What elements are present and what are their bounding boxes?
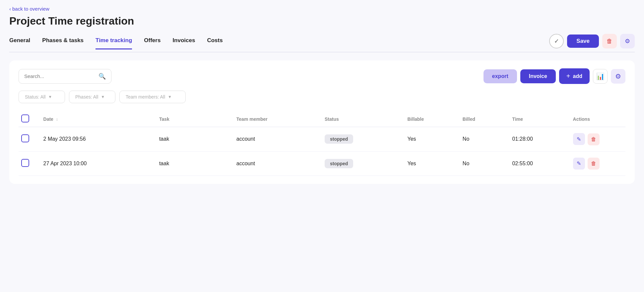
save-button[interactable]: Save xyxy=(567,35,599,48)
team-members-filter-label: Team members: All xyxy=(126,94,165,100)
edit-button[interactable]: ✎ xyxy=(573,133,585,145)
page-title: Project Time registration xyxy=(9,15,635,27)
status-filter[interactable]: Status: All ▼ xyxy=(19,91,65,103)
th-checkbox xyxy=(19,111,41,127)
row-task: taak xyxy=(157,127,234,152)
invoice-button[interactable]: Invoice xyxy=(520,69,556,83)
gear-icon-top: ⚙ xyxy=(625,37,630,45)
row-date: 27 Apr 2023 10:00 xyxy=(41,151,157,176)
tab-list: General Phases & tasks Time tracking Off… xyxy=(9,37,223,49)
row-task: taak xyxy=(157,151,234,176)
export-button[interactable]: export xyxy=(483,69,517,83)
table-row: 2 May 2023 09:56 taak account stopped Ye… xyxy=(19,127,625,152)
check-icon: ✓ xyxy=(554,37,559,45)
delete-button[interactable]: 🗑 xyxy=(588,158,600,170)
back-link[interactable]: ‹ back to overview xyxy=(9,6,49,12)
row-time: 01:28:00 xyxy=(510,127,570,152)
tabs-row: General Phases & tasks Time tracking Off… xyxy=(9,34,635,52)
tab-time-tracking[interactable]: Time tracking xyxy=(96,37,132,49)
row-billable: Yes xyxy=(405,151,460,176)
content-area: 🔍 export Invoice + add 📊 ⚙ Status: All ▼… xyxy=(9,60,635,184)
sort-icon[interactable]: ↕ xyxy=(56,117,58,122)
trash-icon: 🗑 xyxy=(591,161,596,167)
th-team-member: Team member xyxy=(234,111,322,127)
row-billed: No xyxy=(460,151,510,176)
trash-icon: 🗑 xyxy=(591,136,596,142)
tab-actions: ✓ Save 🗑 ⚙ xyxy=(549,34,635,52)
th-billable: Billable xyxy=(405,111,460,127)
delete-button[interactable]: 🗑 xyxy=(588,133,600,145)
th-time: Time xyxy=(510,111,570,127)
tab-phases-tasks[interactable]: Phases & tasks xyxy=(42,37,84,49)
tab-offers[interactable]: Offers xyxy=(144,37,161,49)
toolbar-right: export Invoice + add 📊 ⚙ xyxy=(483,68,625,84)
row-status: stopped xyxy=(322,127,405,152)
th-date: Date ↕ xyxy=(41,111,157,127)
plus-icon: + xyxy=(566,72,570,80)
check-button[interactable]: ✓ xyxy=(549,34,564,48)
row-team-member: account xyxy=(234,151,322,176)
row-time: 02:55:00 xyxy=(510,151,570,176)
pencil-icon: ✎ xyxy=(577,136,581,142)
row-billed: No xyxy=(460,127,510,152)
th-status: Status xyxy=(322,111,405,127)
th-billed: Billed xyxy=(460,111,510,127)
add-button[interactable]: + add xyxy=(559,68,590,84)
team-members-filter[interactable]: Team members: All ▼ xyxy=(119,91,186,103)
time-tracking-table: Date ↕ Task Team member Status Billable … xyxy=(19,111,625,176)
th-task: Task xyxy=(157,111,234,127)
table-row: 27 Apr 2023 10:00 taak account stopped Y… xyxy=(19,151,625,176)
chevron-down-icon: ▼ xyxy=(168,95,172,99)
settings-button-top[interactable]: ⚙ xyxy=(620,34,635,48)
row-checkbox-cell xyxy=(19,151,41,176)
row-team-member: account xyxy=(234,127,322,152)
row-actions: ✎ 🗑 xyxy=(570,127,625,152)
select-all-checkbox[interactable] xyxy=(21,114,29,122)
search-box[interactable]: 🔍 xyxy=(19,69,111,84)
chart-icon: 📊 xyxy=(596,72,605,80)
row-checkbox[interactable] xyxy=(21,159,29,167)
row-date: 2 May 2023 09:56 xyxy=(41,127,157,152)
th-actions: Actions xyxy=(570,111,625,127)
tab-costs[interactable]: Costs xyxy=(207,37,223,49)
tab-general[interactable]: General xyxy=(9,37,30,49)
phases-filter[interactable]: Phases: All ▼ xyxy=(69,91,115,103)
chevron-down-icon: ▼ xyxy=(101,95,105,99)
phases-filter-label: Phases: All xyxy=(75,94,98,100)
toolbar: 🔍 export Invoice + add 📊 ⚙ xyxy=(19,68,625,84)
tab-invoices[interactable]: Invoices xyxy=(172,37,195,49)
add-label: add xyxy=(573,73,582,79)
trash-icon-top: 🗑 xyxy=(607,38,612,45)
settings-button[interactable]: ⚙ xyxy=(611,69,625,84)
row-checkbox[interactable] xyxy=(21,134,29,142)
delete-button-top[interactable]: 🗑 xyxy=(602,34,617,48)
row-checkbox-cell xyxy=(19,127,41,152)
row-status: stopped xyxy=(322,151,405,176)
search-icon: 🔍 xyxy=(98,73,106,80)
status-badge: stopped xyxy=(325,159,353,168)
filters-row: Status: All ▼ Phases: All ▼ Team members… xyxy=(19,91,625,103)
status-filter-label: Status: All xyxy=(25,94,45,100)
pencil-icon: ✎ xyxy=(577,160,581,167)
gear-icon: ⚙ xyxy=(615,72,621,80)
back-link-label: back to overview xyxy=(12,6,49,12)
edit-button[interactable]: ✎ xyxy=(573,158,585,170)
row-actions: ✎ 🗑 xyxy=(570,151,625,176)
search-input[interactable] xyxy=(24,73,96,79)
chevron-down-icon: ▼ xyxy=(48,95,52,99)
status-badge: stopped xyxy=(325,134,353,144)
chart-button[interactable]: 📊 xyxy=(593,69,608,84)
row-billable: Yes xyxy=(405,127,460,152)
chevron-left-icon: ‹ xyxy=(9,6,11,12)
